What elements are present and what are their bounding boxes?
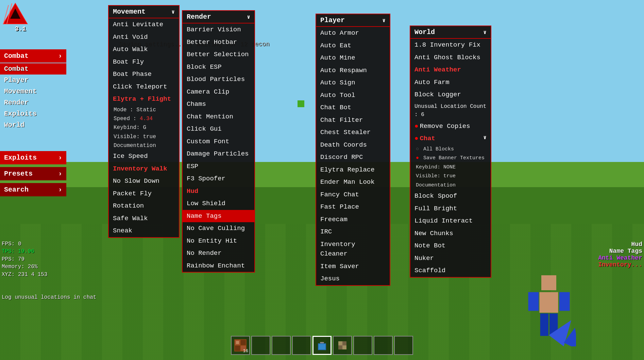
player-auto-respawn[interactable]: Auto Respawn <box>316 64 390 77</box>
world-remove-copies[interactable]: ●Remove Copies <box>410 120 491 133</box>
sidebar-presets-button[interactable]: Presets › <box>0 167 66 180</box>
render-chat-mention[interactable]: Chat Mention <box>183 111 254 123</box>
player-inventory-cleaner[interactable]: Inventory Cleaner <box>316 238 390 260</box>
world-auto-farm[interactable]: Auto Farm <box>410 76 491 89</box>
render-block-esp[interactable]: Block ESP <box>183 61 254 73</box>
player-elytra-replace[interactable]: Elytra Replace <box>316 164 390 176</box>
sidebar-item-world[interactable]: World <box>0 119 66 131</box>
hud-label-anti-weather: Anti Weather <box>598 255 642 261</box>
movement-collapse-icon[interactable]: ∨ <box>171 9 175 15</box>
world-collapse-icon[interactable]: ∨ <box>483 29 487 36</box>
render-name-tags[interactable]: Name Tags <box>183 210 254 223</box>
world-save-banner[interactable]: ● Save Banner Textures <box>410 154 491 163</box>
player-collapse-icon[interactable]: ∨ <box>382 17 386 24</box>
sidebar-item-render[interactable]: Render <box>0 97 66 108</box>
render-no-entity-hit[interactable]: No Entity Hit <box>183 235 254 247</box>
world-note-bot[interactable]: Note Bot <box>410 240 491 252</box>
hotbar-slot-7[interactable] <box>353 336 372 355</box>
render-damage-particles[interactable]: Damage Particles <box>183 148 254 160</box>
sidebar-item-exploits[interactable]: Exploits <box>0 108 66 119</box>
world-all-blocks[interactable]: ○ All Blocks <box>410 145 491 154</box>
player-chat-bot[interactable]: Chat Bot <box>316 101 390 114</box>
player-fancy-chat[interactable]: Fancy Chat <box>316 189 390 201</box>
hotbar-slot-9[interactable] <box>394 336 413 355</box>
sidebar-item-combat[interactable]: Combat › <box>0 49 66 63</box>
world-block-logger[interactable]: Block Logger <box>410 88 491 101</box>
world-full-bright[interactable]: Full Bright <box>410 202 491 215</box>
sidebar-item-movement[interactable]: Movement <box>0 86 66 97</box>
hotbar-slot-8[interactable] <box>374 336 393 355</box>
render-chams[interactable]: Chams <box>183 98 254 111</box>
movement-boat-phase[interactable]: Boat Phase <box>109 68 179 81</box>
render-barrier-vision[interactable]: Barrier Vision <box>183 23 254 36</box>
render-blood-particles[interactable]: Blood Particles <box>183 73 254 86</box>
movement-ice-speed[interactable]: Ice Speed <box>109 150 179 163</box>
movement-rotation[interactable]: Rotation <box>109 200 179 212</box>
player-ender-man-look[interactable]: Ender Man Look <box>316 176 390 189</box>
render-esp[interactable]: ESP <box>183 160 254 173</box>
render-hud[interactable]: Hud <box>183 185 254 198</box>
render-click-gui[interactable]: Click Gui <box>183 123 254 135</box>
player-discord-rpc[interactable]: Discord RPC <box>316 151 390 164</box>
world-nuker[interactable]: Nuker <box>410 252 491 265</box>
movement-inventory-walk[interactable]: Inventory Walk <box>109 163 179 175</box>
player-fast-place[interactable]: Fast Place <box>316 201 390 213</box>
player-auto-eat[interactable]: Auto Eat <box>316 39 390 52</box>
render-collapse-icon[interactable]: ∨ <box>247 14 250 20</box>
movement-safe-walk[interactable]: Safe Walk <box>109 212 179 225</box>
svg-rect-5 <box>541 275 556 290</box>
sidebar-item-player[interactable]: Player <box>0 75 66 86</box>
player-auto-tool[interactable]: Auto Tool <box>316 89 390 102</box>
world-inventory-fix[interactable]: 1.8 Inventory Fix <box>410 39 491 51</box>
movement-anti-levitate[interactable]: Anti Levitate <box>109 18 179 31</box>
hotbar-slot-6[interactable] <box>333 336 352 355</box>
render-no-cave-culling[interactable]: No Cave Culling <box>183 222 254 235</box>
movement-boat-fly[interactable]: Boat Fly <box>109 56 179 68</box>
render-f3-spoofer[interactable]: F3 Spoofer <box>183 173 254 185</box>
world-new-chunks[interactable]: New Chunks <box>410 227 491 240</box>
sidebar-exploits-button[interactable]: Exploits › <box>0 151 66 164</box>
player-auto-armor[interactable]: Auto Armor <box>316 27 390 39</box>
hotbar-slot-1[interactable]: 16 <box>231 336 250 355</box>
movement-auto-walk[interactable]: Auto Walk <box>109 43 179 56</box>
render-better-hotbar[interactable]: Better Hotbar <box>183 36 254 49</box>
world-chat[interactable]: ● Chat ∨ <box>410 132 491 145</box>
render-camera-clip[interactable]: Camera Clip <box>183 86 254 98</box>
movement-sneak[interactable]: Sneak <box>109 225 179 237</box>
world-unusual-location[interactable]: Unusual Location Count : 6 <box>410 101 491 120</box>
logo-area: 3.1 <box>2 2 39 32</box>
player-auto-mine[interactable]: Auto Mine <box>316 52 390 64</box>
render-better-selection[interactable]: Better Selection <box>183 48 254 61</box>
render-low-shield[interactable]: Low Shield <box>183 197 254 210</box>
player-jesus[interactable]: Jesus <box>316 273 390 285</box>
world-block-spoof[interactable]: Block Spoof <box>410 190 491 202</box>
render-custom-font[interactable]: Custom Font <box>183 135 254 148</box>
sidebar-search-button[interactable]: Search › <box>0 183 66 196</box>
hotbar-slot-5[interactable] <box>312 336 332 355</box>
hotbar-slot-3[interactable] <box>272 336 291 355</box>
hotbar-count-1: 16 <box>243 348 248 354</box>
movement-no-slow-down[interactable]: No Slow Down <box>109 175 179 187</box>
movement-speed: Speed : 4.34 <box>109 114 179 123</box>
player-death-coords[interactable]: Death Coords <box>316 139 390 151</box>
world-scaffold[interactable]: Scaffold <box>410 264 491 277</box>
player-item-saver[interactable]: Item Saver <box>316 260 390 273</box>
movement-packet-fly[interactable]: Packet Fly <box>109 187 179 200</box>
player-chest-stealer[interactable]: Chest Stealer <box>316 126 390 139</box>
movement-elytra-flight[interactable]: Elytra + Flight <box>109 93 179 105</box>
player-chat-filter[interactable]: Chat Filter <box>316 114 390 127</box>
hotbar-slot-4[interactable] <box>292 336 311 355</box>
render-no-render[interactable]: No Render <box>183 247 254 260</box>
sidebar-item-combat-active[interactable]: Combat <box>0 63 66 75</box>
hotbar-slot-2[interactable] <box>251 336 270 355</box>
world-anti-weather[interactable]: Anti Weather <box>410 64 491 76</box>
world-anti-ghost-blocks[interactable]: Anti Ghost Blocks <box>410 51 491 64</box>
chat-expand-icon[interactable]: ∨ <box>483 134 487 144</box>
world-liquid-interact[interactable]: Liquid Interact <box>410 215 491 227</box>
render-rainbow-enchant[interactable]: Rainbow Enchant <box>183 260 254 272</box>
player-freecam[interactable]: Freecam <box>316 213 390 226</box>
player-irc[interactable]: IRC <box>316 226 390 238</box>
movement-click-teleport[interactable]: Click Teleport <box>109 81 179 93</box>
movement-anti-void[interactable]: Anti Void <box>109 31 179 44</box>
player-auto-sign[interactable]: Auto Sign <box>316 77 390 89</box>
